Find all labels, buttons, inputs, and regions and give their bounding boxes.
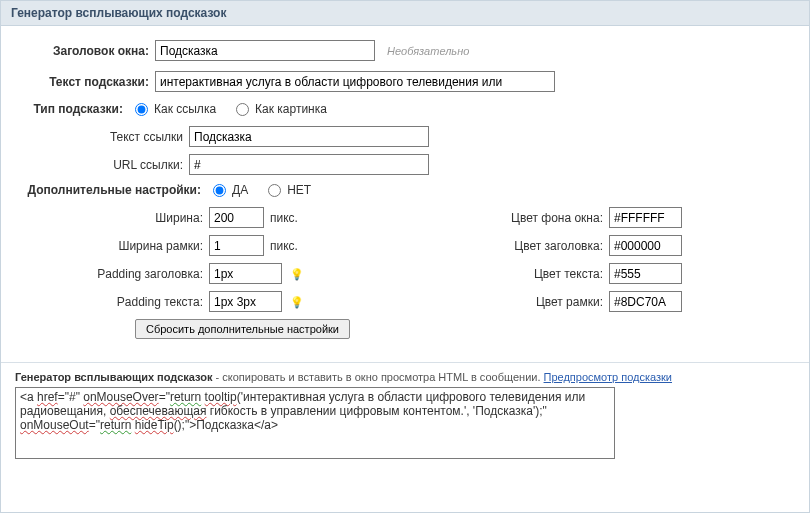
panel-title: Генератор всплывающих подсказок [1, 1, 809, 26]
width-input[interactable] [209, 207, 264, 228]
form-area: Заголовок окна: Необязательно Текст подс… [1, 26, 809, 354]
width-units: пикс. [270, 211, 298, 225]
preview-link[interactable]: Предпросмотр подсказки [544, 371, 672, 383]
tooltip-text-input[interactable] [155, 71, 555, 92]
tip-type-image-label: Как картинка [255, 102, 327, 116]
width-label: Ширина: [19, 211, 209, 225]
bg-color-label: Цвет фона окна: [439, 211, 609, 225]
tip-type-link-radio[interactable] [135, 103, 148, 116]
reset-button[interactable]: Сбросить дополнительные настройки [135, 319, 350, 339]
output-title: Генератор всплывающих подсказок [15, 371, 212, 383]
link-text-label: Текст ссылки [19, 130, 189, 144]
padding-text-input[interactable] [209, 291, 282, 312]
extra-yes-radio[interactable] [213, 184, 226, 197]
window-title-label: Заголовок окна: [19, 44, 155, 58]
extra-no-label: НЕТ [287, 183, 311, 197]
border-color-input[interactable] [609, 291, 682, 312]
bulb-icon[interactable]: 💡 [290, 295, 304, 309]
header-color-label: Цвет заголовка: [439, 239, 609, 253]
window-title-input[interactable] [155, 40, 375, 61]
border-width-input[interactable] [209, 235, 264, 256]
link-url-label: URL ссылки: [19, 158, 189, 172]
code-output[interactable]: <a href="#" onMouseOver="return tooltip(… [15, 387, 615, 459]
extra-yes-label: ДА [232, 183, 248, 197]
optional-hint: Необязательно [387, 45, 469, 57]
header-color-input[interactable] [609, 235, 682, 256]
generator-panel: Генератор всплывающих подсказок Заголово… [0, 0, 810, 513]
border-width-units: пикс. [270, 239, 298, 253]
extra-settings-label: Дополнительные настройки: [19, 183, 207, 197]
padding-text-label: Padding текста: [19, 295, 209, 309]
text-color-input[interactable] [609, 263, 682, 284]
padding-header-label: Padding заголовка: [19, 267, 209, 281]
text-color-label: Цвет текста: [439, 267, 609, 281]
border-color-label: Цвет рамки: [439, 295, 609, 309]
tip-type-link-label: Как ссылка [154, 102, 216, 116]
border-width-label: Ширина рамки: [19, 239, 209, 253]
bulb-icon[interactable]: 💡 [290, 267, 304, 281]
output-description: Генератор всплывающих подсказок - скопир… [15, 371, 809, 383]
tip-type-label: Тип подсказки: [19, 102, 129, 116]
link-url-input[interactable] [189, 154, 429, 175]
link-text-input[interactable] [189, 126, 429, 147]
extra-no-radio[interactable] [268, 184, 281, 197]
padding-header-input[interactable] [209, 263, 282, 284]
tooltip-text-label: Текст подсказки: [19, 75, 155, 89]
bg-color-input[interactable] [609, 207, 682, 228]
tip-type-image-radio[interactable] [236, 103, 249, 116]
divider [1, 362, 809, 363]
